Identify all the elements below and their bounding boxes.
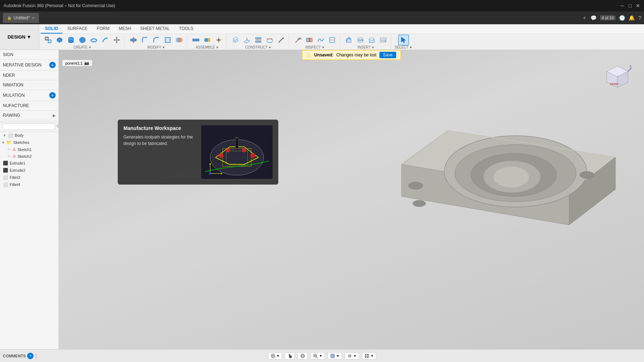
move-icon[interactable] bbox=[111, 35, 122, 45]
interference-icon[interactable] bbox=[304, 35, 315, 45]
tree-item-sketch1-label: Sketch1 bbox=[17, 147, 56, 152]
tab-mesh[interactable]: MESH bbox=[115, 24, 136, 34]
tooltip-title: Manufacture Workspace bbox=[123, 125, 197, 131]
history-icon[interactable]: 🕐 bbox=[619, 15, 625, 21]
svg-rect-115 bbox=[331, 354, 335, 358]
drawing-chevron-icon: ▶ bbox=[53, 114, 56, 117]
display-mode-button[interactable]: ▼ bbox=[328, 352, 342, 360]
sphere-icon[interactable] bbox=[77, 35, 88, 45]
tab-untitled[interactable]: 🔒 Untitled* ✕ bbox=[3, 13, 39, 23]
plane-at-angle-icon[interactable] bbox=[242, 35, 252, 45]
design-dropdown[interactable]: DESIGN ▼ bbox=[0, 24, 39, 50]
joint-origin-icon[interactable] bbox=[213, 35, 224, 45]
section-icon[interactable] bbox=[327, 35, 338, 45]
sidebar-generative-design[interactable]: NERATIVE DESIGN + bbox=[0, 60, 59, 71]
hand-tool-button[interactable] bbox=[285, 352, 295, 360]
measure-icon[interactable]: mm bbox=[293, 35, 303, 45]
joint-icon[interactable] bbox=[191, 35, 201, 45]
box-icon[interactable] bbox=[54, 35, 65, 45]
sidebar-manufacture[interactable]: NUFACTURE bbox=[0, 101, 59, 111]
insert-svg-icon[interactable]: SVG bbox=[355, 35, 366, 45]
svg-rect-28 bbox=[196, 39, 199, 41]
torus-icon[interactable] bbox=[88, 35, 99, 45]
tab-tools[interactable]: TOOLS bbox=[175, 24, 198, 34]
tab-surface[interactable]: SURFACE bbox=[63, 24, 92, 34]
sidebar-drawing[interactable]: RAWING ▶ bbox=[0, 111, 59, 120]
notification-icon[interactable]: 🔔 bbox=[629, 15, 635, 21]
svg-text:FRONT: FRONT bbox=[610, 83, 619, 85]
svg-text:mm: mm bbox=[298, 37, 302, 40]
tree-item-body[interactable]: ▼ ⬜ Body bbox=[0, 132, 59, 139]
combine-icon[interactable] bbox=[174, 35, 184, 45]
tree-item-extrude2[interactable]: ⬛ Extrude2 bbox=[0, 167, 59, 174]
body-icon: ⬜ bbox=[8, 133, 13, 138]
toolbar: DESIGN ▼ SOLID SURFACE FORM MESH SHEET M… bbox=[0, 24, 644, 50]
press-pull-icon[interactable] bbox=[128, 35, 139, 45]
help-icon[interactable]: ? bbox=[638, 15, 641, 21]
fillet-icon[interactable] bbox=[140, 35, 150, 45]
tree-item-sketch1[interactable]: 👁 ⚠ Sketch1 bbox=[0, 146, 59, 153]
svg-marker-18 bbox=[113, 39, 115, 41]
tree-item-fillet3[interactable]: ⬜ Fillet3 bbox=[0, 174, 59, 181]
coordinate-cube[interactable]: FRONT Z bbox=[601, 61, 633, 93]
tree-item-sketch2[interactable]: 👁 ⚠ Sketch2 bbox=[0, 153, 59, 160]
select-icons bbox=[398, 35, 409, 45]
svg-point-108 bbox=[272, 355, 274, 357]
canvas-area[interactable]: ⚠ Unsaved: Changes may be lost Save pone… bbox=[59, 50, 644, 349]
pipe-icon[interactable] bbox=[100, 35, 111, 45]
axis-icon[interactable] bbox=[276, 35, 286, 45]
tab-form[interactable]: FORM bbox=[92, 24, 113, 34]
svg-marker-19 bbox=[118, 39, 120, 41]
camera-icon[interactable]: 📷 bbox=[84, 61, 89, 65]
tab-close-icon[interactable]: ✕ bbox=[32, 16, 35, 20]
tree-item-fillet4[interactable]: ⬜ Fillet4 bbox=[0, 181, 59, 188]
simulation-plus-icon[interactable]: + bbox=[49, 92, 56, 99]
close-button[interactable]: ✕ bbox=[635, 3, 640, 8]
new-tab-icon[interactable]: ＋ bbox=[582, 15, 587, 21]
generative-design-plus-icon[interactable]: + bbox=[49, 62, 56, 68]
tree-search-bar: 🔍 bbox=[0, 122, 59, 132]
orbit-button[interactable] bbox=[298, 352, 308, 360]
zoom-arrow: ▼ bbox=[319, 354, 323, 358]
sidebar-render[interactable]: NDER bbox=[0, 71, 59, 80]
tree-item-extrude1[interactable]: ⬛ Extrude1 bbox=[0, 160, 59, 167]
rigid-group-icon[interactable] bbox=[202, 35, 213, 45]
unsaved-label: Unsaved: bbox=[314, 52, 333, 57]
left-sidebar: SIGN NERATIVE DESIGN + NDER NIMATION MUL… bbox=[0, 50, 59, 349]
midplane-icon[interactable] bbox=[253, 35, 264, 45]
tab-sheet-metal[interactable]: SHEET METAL bbox=[136, 24, 174, 34]
canvas-icon[interactable]: img bbox=[378, 35, 389, 45]
svg-point-95 bbox=[226, 149, 230, 152]
chamfer-icon[interactable] bbox=[151, 35, 162, 45]
grid-button[interactable]: ▼ bbox=[345, 352, 359, 360]
tree-item-sketches[interactable]: ▼ 📁 Sketches bbox=[0, 139, 59, 146]
tree-search-input[interactable] bbox=[2, 124, 55, 130]
tab-solid[interactable]: SOLID bbox=[41, 24, 62, 34]
viewport-button[interactable]: ▼ bbox=[362, 352, 376, 360]
select-cursor-icon[interactable] bbox=[398, 35, 409, 45]
tab-counter[interactable]: 4 of 10 bbox=[600, 15, 616, 20]
expand-arrow-icon: ▼ bbox=[3, 134, 6, 137]
curvature-icon[interactable] bbox=[315, 35, 326, 45]
sidebar-simulation[interactable]: MULATION + bbox=[0, 90, 59, 101]
new-component-icon[interactable] bbox=[43, 35, 54, 45]
decal-icon[interactable] bbox=[366, 35, 377, 45]
plane-tangent-icon[interactable] bbox=[264, 35, 275, 45]
chat-icon[interactable]: 💬 bbox=[590, 15, 597, 21]
minimize-button[interactable]: ─ bbox=[620, 3, 625, 8]
construct-icons bbox=[230, 35, 286, 45]
zoom-button[interactable]: ▼ bbox=[311, 352, 325, 360]
insert-mesh-icon[interactable] bbox=[344, 35, 354, 45]
save-button[interactable]: Save bbox=[379, 52, 396, 58]
cylinder-icon[interactable] bbox=[66, 35, 76, 45]
maximize-button[interactable]: □ bbox=[628, 3, 633, 8]
shell-icon[interactable] bbox=[162, 35, 173, 45]
sidebar-animation[interactable]: NIMATION bbox=[0, 80, 59, 90]
insert-arrow: ▼ bbox=[371, 46, 375, 49]
offset-plane-icon[interactable] bbox=[230, 35, 241, 45]
snap-button[interactable]: ▼ bbox=[268, 352, 282, 360]
add-comment-button[interactable]: + bbox=[27, 353, 34, 359]
create-label: CREATE ▼ bbox=[73, 45, 92, 49]
sidebar-sign[interactable]: SIGN bbox=[0, 50, 59, 60]
comment-panel-handle[interactable]: │ bbox=[35, 354, 37, 358]
